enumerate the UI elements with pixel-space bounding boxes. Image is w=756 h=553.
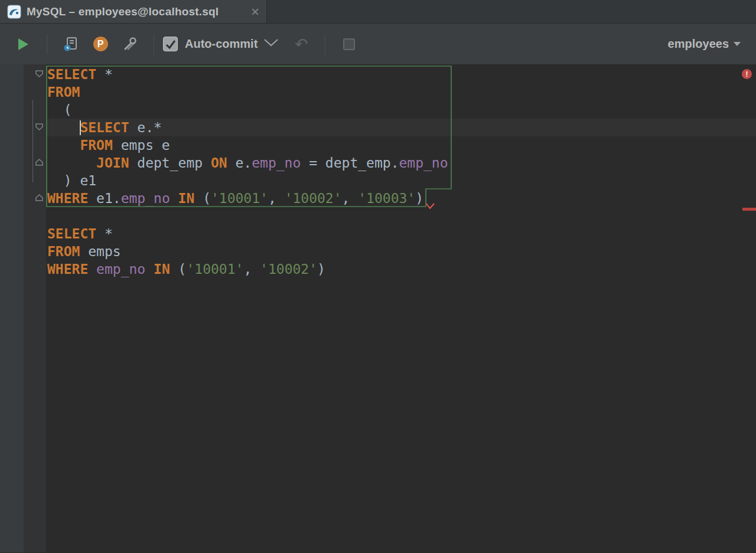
code-token: IN: [145, 261, 170, 277]
error-squiggle-icon: [425, 202, 435, 210]
code-token: (: [170, 261, 187, 277]
toolbar: P Auto-commit ↶: [0, 24, 756, 64]
jump-to-console-icon: [63, 37, 79, 52]
fold-end-icon[interactable]: [35, 194, 44, 202]
auto-commit-checkbox[interactable]: [163, 37, 178, 51]
code-token: '10003': [358, 191, 415, 206]
schema-selector[interactable]: employees: [668, 37, 756, 51]
toolbar-separator: [154, 34, 154, 54]
code-token: e1.: [88, 191, 120, 206]
suspend-icon: [343, 38, 355, 50]
code-line[interactable]: (: [47, 101, 756, 119]
code-token: SELECT: [47, 226, 96, 241]
code-line[interactable]: FROM emps e: [47, 136, 756, 154]
code-line[interactable]: FROM emps: [47, 243, 756, 260]
check-icon: [164, 38, 177, 51]
error-indicator-icon[interactable]: !: [742, 69, 752, 79]
editor-gutter: [24, 64, 46, 552]
code-token: '10001': [211, 191, 268, 206]
code-token: (: [47, 102, 72, 117]
fold-start-icon[interactable]: [35, 70, 44, 78]
code-line[interactable]: [47, 207, 756, 225]
toolbar-separator: [47, 34, 47, 54]
code-token: ): [317, 261, 325, 277]
code-area[interactable]: SELECT *FROM ( SELECT e.* FROM emps e JO…: [46, 64, 756, 552]
text-caret: [80, 120, 81, 135]
suspend-button[interactable]: [340, 35, 359, 54]
code-line[interactable]: FROM: [47, 83, 756, 101]
code-token: emps: [80, 244, 120, 259]
mysql-icon: [7, 5, 21, 19]
chevron-down-icon: [734, 42, 741, 46]
code-token: ON: [211, 155, 227, 171]
code-line[interactable]: WHERE e1.emp_no IN ('10001', '10002', '1…: [47, 189, 756, 207]
code-token: emp_no: [121, 191, 170, 206]
code-line[interactable]: ) e1: [47, 172, 756, 189]
code-line[interactable]: WHERE emp_no IN ('10001', '10002'): [47, 260, 756, 278]
tab-mysql-console[interactable]: MySQL – employees@localhost.sql ×: [0, 0, 267, 23]
fold-start-icon[interactable]: [35, 123, 44, 131]
tools-icon: [122, 37, 138, 52]
run-icon: [16, 37, 30, 51]
code-token: '10002': [285, 191, 342, 206]
error-stripe-mark[interactable]: [742, 208, 756, 211]
code-token: dept_emp: [129, 155, 210, 171]
code-token: SELECT: [47, 67, 96, 82]
code-token: e.*: [129, 120, 161, 135]
jump-to-console-button[interactable]: [61, 35, 80, 54]
schema-selector-value: employees: [668, 37, 729, 51]
gutter-markers: [24, 64, 46, 552]
code-token: IN: [170, 191, 195, 206]
run-button[interactable]: [14, 35, 32, 54]
code-token: FROM: [47, 244, 80, 259]
tool-window-stripe: [0, 64, 24, 552]
code-token: WHERE: [47, 261, 88, 277]
parameters-icon: P: [93, 37, 108, 51]
code-token: emps e: [113, 138, 170, 153]
code-token: emp_no: [252, 155, 301, 171]
code-lines: SELECT *FROM ( SELECT e.* FROM emps e JO…: [46, 64, 756, 278]
settings-tools-button[interactable]: [120, 35, 139, 54]
undo-icon: ↶: [295, 35, 308, 53]
code-token: [47, 120, 80, 135]
tab-title: MySQL – employees@localhost.sql: [27, 5, 219, 18]
code-token: *: [96, 226, 113, 241]
fold-end-icon[interactable]: [35, 158, 44, 166]
code-token: [47, 155, 96, 171]
code-line[interactable]: SELECT e.*: [47, 119, 756, 136]
code-token: '10001': [186, 261, 243, 277]
parameters-button[interactable]: P: [91, 35, 110, 54]
code-line[interactable]: SELECT *: [47, 225, 756, 243]
code-token: FROM: [80, 138, 112, 153]
toolbar-separator: [325, 34, 325, 54]
code-token: [88, 261, 96, 277]
code-token: (: [194, 191, 211, 206]
code-token: ,: [268, 191, 285, 206]
code-token: FROM: [47, 84, 80, 100]
code-token: ,: [342, 191, 359, 206]
editor-tab-bar: MySQL – employees@localhost.sql ×: [0, 0, 756, 24]
auto-commit-label: Auto-commit: [185, 37, 258, 51]
code-token: '10002': [260, 261, 317, 277]
close-icon[interactable]: ×: [251, 6, 259, 18]
code-token: = dept_emp.: [301, 155, 399, 171]
code-token: ): [415, 191, 423, 206]
undo-button[interactable]: ↶: [292, 35, 311, 54]
code-token: ,: [243, 261, 260, 277]
code-token: emp_no: [96, 261, 145, 277]
code-token: JOIN: [96, 155, 129, 171]
code-token: *: [96, 67, 113, 82]
code-token: e.: [227, 155, 252, 171]
code-token: ) e1: [47, 173, 96, 188]
code-token: emp_no: [399, 155, 448, 171]
chevron-down-icon[interactable]: [263, 38, 279, 50]
code-token: WHERE: [47, 191, 88, 206]
code-line[interactable]: SELECT *: [47, 66, 756, 83]
code-line[interactable]: JOIN dept_emp ON e.emp_no = dept_emp.emp…: [47, 154, 756, 172]
ide-window: MySQL – employees@localhost.sql × P: [0, 0, 756, 553]
code-token: SELECT: [80, 120, 129, 135]
code-token: [47, 138, 80, 153]
editor-area: SELECT *FROM ( SELECT e.* FROM emps e JO…: [0, 64, 756, 552]
